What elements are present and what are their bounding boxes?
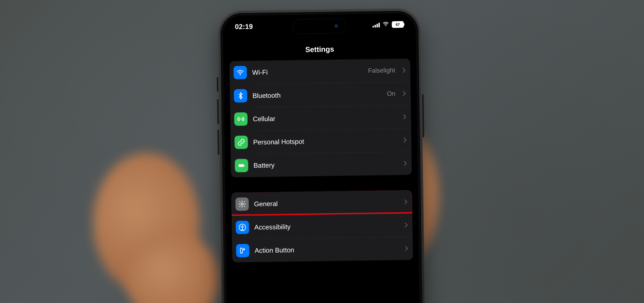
row-value: On bbox=[387, 90, 395, 97]
settings-row-bluetooth[interactable]: Bluetooth On bbox=[230, 82, 411, 108]
chevron-right-icon bbox=[403, 137, 407, 143]
side-button bbox=[422, 94, 424, 138]
link-icon bbox=[235, 136, 248, 149]
battery-percent: 67 bbox=[396, 23, 400, 27]
row-value: Falselight bbox=[368, 67, 395, 74]
settings-group-connectivity: Wi-Fi Falselight Bluetooth On bbox=[229, 58, 412, 177]
row-label: Accessibility bbox=[254, 222, 392, 231]
gear-icon bbox=[235, 197, 249, 211]
bluetooth-icon bbox=[234, 89, 248, 103]
settings-group-general: General Accessibility bbox=[231, 190, 413, 262]
chevron-right-icon bbox=[404, 222, 408, 228]
svg-rect-8 bbox=[240, 248, 242, 253]
settings-row-cellular[interactable]: Cellular bbox=[230, 105, 411, 131]
row-label: Wi-Fi bbox=[252, 67, 363, 76]
chevron-right-icon bbox=[405, 246, 408, 251]
settings-row-action-button[interactable]: Action Button bbox=[232, 237, 413, 262]
svg-point-7 bbox=[242, 225, 243, 226]
settings-row-wifi[interactable]: Wi-Fi Falselight bbox=[229, 58, 410, 84]
page-title: Settings bbox=[223, 35, 416, 61]
wifi-icon bbox=[382, 21, 389, 29]
settings-row-battery[interactable]: Battery bbox=[231, 152, 412, 177]
row-label: Personal Hotspot bbox=[253, 137, 391, 146]
volume-up-button bbox=[217, 99, 219, 124]
settings-row-accessibility[interactable]: Accessibility bbox=[232, 213, 413, 239]
chevron-right-icon bbox=[402, 67, 406, 73]
svg-point-1 bbox=[240, 74, 241, 75]
dynamic-island bbox=[293, 19, 346, 34]
action-button-icon bbox=[236, 244, 250, 257]
svg-rect-3 bbox=[239, 164, 244, 167]
volume-down-button bbox=[217, 130, 219, 155]
svg-point-0 bbox=[385, 25, 386, 26]
chevron-right-icon bbox=[403, 114, 406, 119]
ringer-switch bbox=[217, 77, 219, 92]
svg-point-5 bbox=[241, 203, 243, 205]
row-label: Cellular bbox=[253, 113, 390, 123]
status-indicators: 67 bbox=[373, 20, 404, 29]
accessibility-icon bbox=[236, 221, 249, 234]
phone-frame: 02:19 67 Settings bbox=[217, 8, 426, 303]
phone-bezel: 02:19 67 Settings bbox=[220, 11, 424, 303]
row-label: General bbox=[254, 198, 391, 208]
settings-row-hotspot[interactable]: Personal Hotspot bbox=[230, 128, 411, 154]
chevron-right-icon bbox=[404, 199, 407, 204]
svg-point-2 bbox=[240, 119, 242, 120]
row-label: Bluetooth bbox=[253, 90, 382, 99]
wifi-icon bbox=[234, 66, 247, 79]
settings-row-general[interactable]: General bbox=[231, 190, 412, 216]
antenna-icon bbox=[234, 112, 248, 126]
chevron-right-icon bbox=[404, 160, 407, 166]
hand-background bbox=[126, 233, 219, 303]
svg-rect-4 bbox=[244, 165, 245, 166]
chevron-right-icon bbox=[403, 91, 406, 96]
hand-background bbox=[93, 153, 199, 292]
phone-screen: 02:19 67 Settings bbox=[223, 13, 421, 303]
status-time: 02:19 bbox=[235, 23, 253, 31]
row-label: Battery bbox=[254, 160, 391, 169]
cellular-signal-icon bbox=[373, 22, 380, 28]
row-label: Action Button bbox=[255, 245, 392, 254]
battery-icon bbox=[235, 159, 249, 172]
battery-indicator: 67 bbox=[392, 21, 404, 28]
